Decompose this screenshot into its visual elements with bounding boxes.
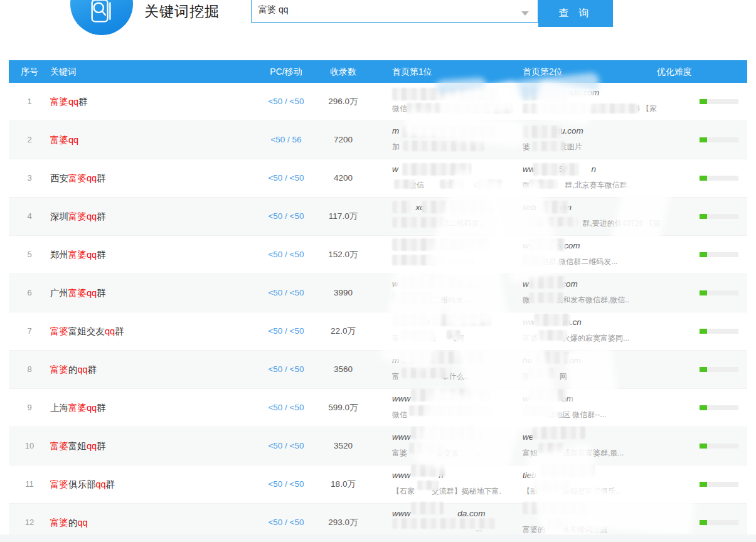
- difficulty-fill: [700, 520, 707, 525]
- keyword-text: 富姐交友: [68, 326, 105, 336]
- collected-count: 22.0万: [311, 312, 376, 350]
- keyword-link[interactable]: 上海富婆qq群: [50, 389, 106, 427]
- keyword-text: 群: [97, 211, 106, 221]
- result-desc: 部地区 微信群--...: [523, 410, 695, 420]
- serp-position2-cell: ww 58 n微信 群,北京赛车微信群...: [523, 159, 695, 197]
- book-magnifier-icon: [87, 0, 116, 26]
- app-logo: [70, 0, 133, 35]
- keyword-link[interactable]: 富婆的qq群: [50, 351, 97, 388]
- keyword-link[interactable]: 富婆富姐qq群: [50, 427, 106, 465]
- table-row: 5郑州富婆qq群<50 / <50152.0万 京赛车微信群...w n.com…: [9, 236, 747, 274]
- serp-position1-cell: n富 云 气网: [392, 312, 525, 350]
- result-desc: 【图 是隔壁富婆俱乐...: [523, 486, 695, 497]
- difficulty-bar: [700, 99, 738, 104]
- pc-mobile-index: <50 / <50: [260, 389, 312, 427]
- result-url: tieb: [523, 470, 695, 480]
- difficulty-fill: [700, 290, 707, 295]
- serp-position2-cell: tieb【图 是隔壁富婆俱乐...: [523, 465, 695, 503]
- keyword-link[interactable]: 富婆qq: [50, 121, 78, 159]
- keyword-link[interactable]: 郑州富婆qq群: [50, 236, 106, 274]
- keyword-mining-page: 关键词挖掘 查 询 序号 关键词 PC/移动 收录数 首页第1位 首页第2位 优…: [0, 0, 756, 542]
- result-url: w: [392, 164, 525, 174]
- keyword-highlight: 富婆qq: [68, 250, 97, 260]
- result-desc: 富 靠什么..: [392, 371, 525, 382]
- result-desc: 【石家 交流群】揭秘地下富.: [392, 486, 525, 497]
- keyword-text: 西安: [50, 173, 68, 183]
- result-desc: 富婆 火爆的寂寞富婆同...: [523, 333, 695, 344]
- keyword-highlight: qq: [96, 479, 106, 489]
- result-desc: 群二维码发...: [392, 295, 525, 306]
- keyword-link[interactable]: 深圳富婆qq群: [50, 198, 106, 235]
- search-box: [251, 0, 538, 23]
- keyword-link[interactable]: 广州富婆qq群: [50, 274, 106, 312]
- collected-count: 296.0万: [311, 83, 376, 120]
- difficulty-bar: [700, 290, 738, 295]
- pc-mobile-index: <50 / <50: [260, 83, 312, 120]
- keyword-link[interactable]: 富婆俱乐部qq群: [50, 465, 115, 503]
- table-row: 10富婆富姐qq群<50 / <503520www富婆 多交友 ...we富姐 …: [9, 427, 747, 465]
- result-url: www: [392, 432, 525, 442]
- page-bottom-strip: [0, 534, 756, 542]
- serp-position1-cell: m加: [392, 121, 525, 159]
- difficulty-track: [700, 367, 738, 372]
- table-row: 3西安富婆qq群<50 / <504200w 微信 群 码发.ww 58 n微信…: [9, 159, 747, 198]
- row-number: 4: [9, 198, 50, 235]
- difficulty-track: [700, 252, 738, 257]
- difficulty-bar: [700, 329, 738, 334]
- difficulty-track: [700, 99, 738, 104]
- collected-count: 7200: [311, 121, 376, 159]
- difficulty-track: [700, 329, 738, 334]
- pc-mobile-index: <50 / <50: [260, 465, 312, 503]
- collected-count: 3560: [311, 351, 376, 388]
- serp-position1-cell: www n【石家 交流群】揭秘地下富.: [392, 465, 525, 503]
- search-input[interactable]: [252, 0, 519, 21]
- keyword-text: 群: [106, 479, 115, 489]
- result-desc: 信群二维码发...: [392, 218, 525, 229]
- result-desc: ...: [392, 524, 525, 533]
- result-desc: 微信: [392, 410, 525, 420]
- result-desc: 东 群,要进的佳43726 【家: [523, 218, 695, 229]
- keyword-text: 郑州: [50, 250, 68, 260]
- difficulty-bar: [700, 137, 738, 142]
- collected-count: 18.0万: [311, 465, 376, 503]
- difficulty-fill: [700, 405, 707, 410]
- keyword-link[interactable]: 富婆qq群: [50, 83, 88, 120]
- difficulty-fill: [700, 137, 707, 142]
- column-header-serp2: 首页第2位: [523, 60, 563, 83]
- keyword-link[interactable]: 西安富婆qq群: [50, 159, 106, 197]
- difficulty-fill: [700, 367, 707, 372]
- serp-position1-cell: xq 信群二维码发...: [392, 198, 525, 235]
- serp-position2-cell: w n.com 包群,微信群二维码发...: [523, 236, 695, 274]
- collected-count: 152.0万: [311, 236, 376, 274]
- keyword-text: 深圳: [50, 211, 68, 221]
- keyword-highlight: 富婆: [50, 479, 68, 489]
- row-number: 8: [9, 351, 50, 388]
- keyword-highlight: qq: [78, 518, 88, 528]
- difficulty-track: [700, 405, 738, 410]
- table-row: 2富婆qq<50 / 567200m加 du.com婆 度图片: [9, 121, 747, 159]
- serp-position2-cell: du.com婆 度图片: [523, 121, 695, 159]
- difficulty-track: [700, 214, 738, 219]
- page-title: 关键词挖掘: [144, 2, 220, 21]
- result-desc: 微 线和发布微信群,微信..: [523, 295, 695, 306]
- result-url: www n: [392, 470, 525, 480]
- collected-count: 117.0万: [311, 198, 376, 235]
- query-button[interactable]: 查 询: [538, 0, 613, 27]
- pc-mobile-index: <50 / <50: [260, 427, 312, 465]
- serp-position1-cell: www富婆 多交友 ...: [392, 427, 525, 465]
- keyword-link[interactable]: 富婆富姐交友qq群: [50, 312, 124, 350]
- keyword-highlight: 富婆qq: [68, 211, 97, 221]
- row-number: 11: [9, 465, 50, 503]
- keyword-highlight: 富婆qq: [50, 135, 78, 145]
- difficulty-track: [700, 290, 738, 295]
- difficulty-fill: [700, 99, 707, 104]
- keyword-text: 的: [68, 364, 78, 375]
- chevron-down-icon[interactable]: [521, 11, 529, 16]
- column-header-serp1: 首页第1位: [392, 60, 432, 83]
- result-url: w n.com: [523, 241, 695, 250]
- difficulty-track: [700, 482, 738, 487]
- result-desc: 加: [392, 142, 525, 152]
- keyword-highlight: 富婆qq: [68, 403, 97, 413]
- result-url: ww 58 n: [523, 164, 695, 174]
- row-number: 7: [9, 312, 50, 350]
